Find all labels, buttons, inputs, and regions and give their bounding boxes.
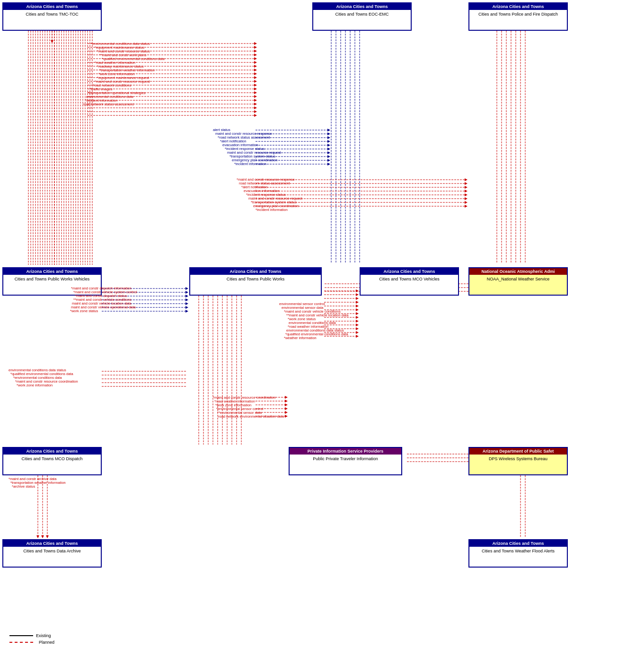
police-fire-body: Cities and Towns Police and Fire Dispatc… bbox=[469, 10, 567, 18]
traveler-info-header: Private Information Service Providers bbox=[290, 448, 401, 455]
label-incident-info3: *incident information bbox=[256, 208, 288, 212]
noaa-header: National Oceanic Atmospheric Admi bbox=[469, 268, 567, 275]
mco-dispatch-node: Arizona Cities and Towns Cities and Town… bbox=[2, 447, 102, 475]
planned-line-icon bbox=[9, 642, 33, 643]
traveler-info-body: Public Private Traveler Information bbox=[290, 455, 401, 463]
eoc-emc-header: Arizona Cities and Towns bbox=[313, 3, 411, 10]
legend-existing: Existing bbox=[9, 633, 54, 638]
eoc-emc-body: Cities and Towns EOC-EMC bbox=[313, 10, 411, 18]
tmc-toc-node: Arizona Cities and Towns Cities and Town… bbox=[2, 2, 102, 31]
existing-label: Existing bbox=[36, 633, 51, 638]
weather-flood-header: Arizona Cities and Towns bbox=[469, 540, 567, 547]
police-fire-node: Arizona Cities and Towns Cities and Town… bbox=[468, 2, 568, 31]
tmc-toc-body: Cities and Towns TMC-TOC bbox=[3, 10, 101, 18]
label-archive-status: *archive status bbox=[12, 484, 35, 489]
traveler-info-node: Private Information Service Providers Pu… bbox=[289, 447, 402, 475]
public-works-vehicles-body: Cities and Towns Public Works Vehicles bbox=[3, 275, 101, 283]
weather-flood-body: Cities and Towns Weather Flood Alerts bbox=[469, 547, 567, 555]
mco-vehicles-node: Arizona Cities and Towns Cities and Town… bbox=[360, 267, 459, 296]
noaa-body: NOAA_National Weather Service bbox=[469, 275, 567, 283]
mco-vehicles-body: Cities and Towns MCO Vehicles bbox=[361, 275, 458, 283]
police-fire-header: Arizona Cities and Towns bbox=[469, 3, 567, 10]
dps-wireless-body: DPS Wireless Systems Bureau bbox=[469, 455, 567, 463]
data-archive-header: Arizona Cities and Towns bbox=[3, 540, 101, 547]
legend: Existing Planned bbox=[9, 633, 54, 647]
existing-line-icon bbox=[9, 635, 33, 636]
mco-dispatch-header: Arizona Cities and Towns bbox=[3, 448, 101, 455]
noaa-node: National Oceanic Atmospheric Admi NOAA_N… bbox=[468, 267, 568, 296]
label-road-env: road network environmental situation dat… bbox=[218, 414, 284, 419]
tmc-toc-header: Arizona Cities and Towns bbox=[3, 3, 101, 10]
dps-wireless-header: Arizona Department of Public Safet bbox=[469, 448, 567, 455]
label-road-status: road network status assessment bbox=[83, 102, 134, 106]
label-weather-info: *weather information bbox=[284, 336, 317, 340]
mco-vehicles-header: Arizona Cities and Towns bbox=[361, 268, 458, 275]
weather-flood-node: Arizona Cities and Towns Cities and Town… bbox=[468, 539, 568, 568]
dps-wireless-node: Arizona Department of Public Safet DPS W… bbox=[468, 447, 568, 475]
public-works-vehicles-header: Arizona Cities and Towns bbox=[3, 268, 101, 275]
label-work-zone-status: *work zone status bbox=[70, 309, 98, 313]
public-works-node: Arizona Cities and Towns Cities and Town… bbox=[189, 267, 322, 296]
planned-label: Planned bbox=[39, 640, 54, 645]
mco-dispatch-body: Cities and Towns MCO Dispatch bbox=[3, 455, 101, 463]
data-archive-node: Arizona Cities and Towns Cities and Town… bbox=[2, 539, 102, 568]
legend-planned: Planned bbox=[9, 640, 54, 645]
label-incident-info2: *incident information bbox=[234, 162, 266, 166]
data-archive-body: Cities and Towns Data Archive bbox=[3, 547, 101, 555]
label-work-zone-lower: *work zone information bbox=[17, 383, 53, 387]
eoc-emc-node: Arizona Cities and Towns Cities and Town… bbox=[312, 2, 412, 31]
public-works-body: Cities and Towns Public Works bbox=[190, 275, 321, 283]
public-works-header: Arizona Cities and Towns bbox=[190, 268, 321, 275]
